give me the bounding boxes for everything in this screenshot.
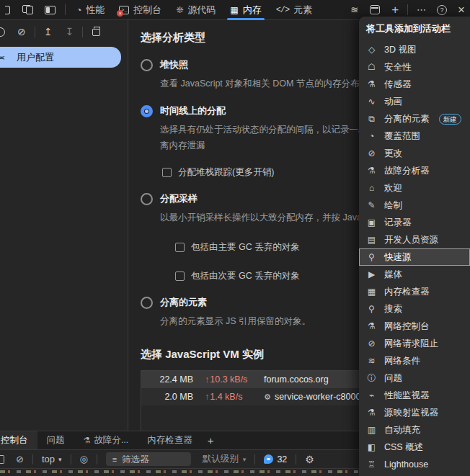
menu-item-label: 搜索 bbox=[384, 303, 402, 315]
tab-label: 性能 bbox=[86, 4, 105, 17]
menu-item-network-request-blocking[interactable]: ⊘ 网络请求阻止 bbox=[359, 335, 470, 352]
log-level-label: 默认级别 bbox=[203, 453, 239, 465]
menu-item-search[interactable]: ⚲ 搜索 bbox=[359, 300, 470, 318]
menu-item-autofill[interactable]: ▥ 自动填充 bbox=[359, 421, 470, 439]
changes-icon: ⊘ bbox=[366, 148, 377, 158]
menu-item-network-console[interactable]: ⚗ 网络控制台 bbox=[359, 318, 470, 335]
menu-item-security[interactable]: ☖ 安全性 bbox=[359, 58, 470, 76]
load-profile-icon[interactable]: ↥ bbox=[37, 26, 59, 37]
menu-item-sensors[interactable]: ⚗ 传感器 bbox=[359, 76, 470, 93]
message-count-badge[interactable]: 32 bbox=[258, 454, 293, 464]
console-filter-box[interactable]: ≡ bbox=[106, 452, 191, 466]
menu-item-changes[interactable]: ⊘ 更改 bbox=[359, 145, 470, 162]
menu-item-media[interactable]: ▶ 媒体 bbox=[359, 266, 470, 283]
tab-sources[interactable]: ❊ 源代码 bbox=[169, 0, 223, 20]
storage-icon[interactable] bbox=[370, 5, 380, 14]
menu-item-welcome[interactable]: ⌂ 欢迎 bbox=[359, 179, 470, 197]
record-icon[interactable] bbox=[0, 27, 5, 37]
quick-source-icon: ⚲ bbox=[366, 252, 377, 262]
tab-label: 故障分... bbox=[94, 434, 128, 446]
divider bbox=[35, 27, 35, 37]
radio-icon-selected[interactable] bbox=[141, 105, 153, 117]
tab-elements[interactable]: </> 元素 bbox=[269, 0, 320, 20]
menu-item-lighthouse[interactable]: ♖ Lighthouse bbox=[359, 456, 470, 473]
menu-title: 将工具添加到活动栏 bbox=[359, 17, 470, 41]
radio-icon[interactable] bbox=[141, 193, 153, 205]
menu-item-animations[interactable]: ∿ 动画 bbox=[359, 93, 470, 110]
menu-item-3d-view[interactable]: ◇ 3D 视图 bbox=[359, 41, 470, 58]
menu-item-label: 动画 bbox=[384, 96, 402, 108]
search-icon: ⚲ bbox=[366, 304, 377, 314]
menu-item-label: 传感器 bbox=[384, 78, 412, 91]
menu-item-css-overview[interactable]: ◧ CSS 概述 bbox=[359, 439, 470, 456]
context-label: top bbox=[42, 454, 55, 464]
menu-item-crash-analyzer[interactable]: ⚗ 故障分析器 bbox=[359, 162, 470, 179]
drawer-tab-console[interactable]: 控制台 bbox=[0, 431, 37, 449]
checkbox-label: 包括由次要 GC 丢弃的对象 bbox=[191, 270, 300, 282]
tab-console[interactable]: >_× 控制台 bbox=[112, 0, 169, 20]
checkbox-icon[interactable] bbox=[162, 168, 172, 177]
tab-memory[interactable]: ▦ 内存 bbox=[223, 0, 268, 20]
drawer-tab-crash-analyzer[interactable]: ⚗ 故障分... bbox=[74, 431, 138, 449]
menu-item-label: 性能监视器 bbox=[384, 390, 430, 402]
error-badge-icon: × bbox=[117, 10, 123, 17]
menu-item-issues[interactable]: ⓘ 问题 bbox=[359, 369, 470, 387]
cube-3d-icon: ◇ bbox=[366, 45, 377, 55]
menu-item-source-map-monitor[interactable]: ⚗ 源映射监视器 bbox=[359, 404, 470, 421]
menu-item-label: 网络请求阻止 bbox=[384, 338, 438, 350]
menu-item-label: 快速源 bbox=[384, 251, 412, 264]
menu-item-label: 问题 bbox=[384, 372, 402, 385]
divider bbox=[254, 454, 255, 464]
network-wifi-icon[interactable]: ≋ bbox=[345, 0, 363, 20]
checkbox-icon[interactable] bbox=[175, 243, 185, 252]
live-expression-eye-icon[interactable]: ◎ bbox=[74, 454, 94, 464]
context-selector[interactable]: top ▾ bbox=[36, 454, 68, 464]
tab-label: 内存 bbox=[243, 4, 262, 17]
save-profile-icon[interactable]: ↧ bbox=[58, 26, 80, 37]
tab-label: 控制台 bbox=[1, 434, 28, 446]
log-level-selector[interactable]: 默认级别 ▾ bbox=[197, 453, 252, 465]
clear-icon[interactable]: ⊘ bbox=[11, 26, 32, 37]
filter-input[interactable] bbox=[122, 454, 179, 464]
menu-item-label: 3D 视图 bbox=[384, 44, 416, 56]
menu-item-performance-monitor[interactable]: ⌁ 性能监视器 bbox=[359, 387, 470, 404]
console-sidebar-toggle-icon[interactable] bbox=[0, 455, 4, 464]
menu-item-developer-resources[interactable]: ▤ 开发人员资源 bbox=[359, 231, 470, 248]
sidebar-item-user-profile[interactable]: ≍ 用户配置 bbox=[0, 47, 121, 68]
profile-item-label: 用户配置 bbox=[17, 51, 54, 64]
tab-label: 源代码 bbox=[187, 4, 216, 17]
drawer-tab-issues[interactable]: 问题 bbox=[37, 431, 74, 449]
tab-label: 问题 bbox=[47, 434, 65, 446]
profiles-sidebar: ⊘ ↥ ↧ ≍ 用户配置 bbox=[0, 20, 128, 431]
menu-item-pigment[interactable]: ✎ 绘制 bbox=[359, 197, 470, 214]
device-emulation-icon[interactable] bbox=[22, 5, 33, 14]
checkbox-icon[interactable] bbox=[175, 271, 185, 281]
trash-icon[interactable] bbox=[92, 27, 100, 37]
menu-item-quick-source[interactable]: ⚲ 快速源 bbox=[359, 248, 470, 266]
up-arrow-icon: ↑ bbox=[205, 392, 209, 402]
dock-side-icon[interactable] bbox=[45, 6, 56, 14]
menu-item-coverage[interactable]: ◔ 覆盖范围 bbox=[359, 127, 470, 145]
tab-performance[interactable]: ◔ 性能 bbox=[69, 0, 112, 20]
console-settings-gear-icon[interactable]: ⚙ bbox=[299, 454, 320, 465]
drawer-add-tab-icon[interactable]: + bbox=[202, 431, 220, 449]
menu-item-network-conditions[interactable]: ≋ 网络条件 bbox=[359, 352, 470, 369]
vm-size: 22.4 MB bbox=[141, 374, 193, 385]
menu-item-recorder[interactable]: ▣ 记录器 bbox=[359, 214, 470, 231]
radio-icon[interactable] bbox=[141, 297, 153, 309]
panel-tabs: ◔ 性能 >_× 控制台 ❊ 源代码 ▦ 内存 </> 元素 bbox=[69, 0, 319, 20]
drawer-tab-memory-inspector[interactable]: 内存检查器 bbox=[138, 431, 202, 449]
menu-item-label: 分离的元素 bbox=[384, 113, 430, 125]
pen-icon: ✎ bbox=[366, 200, 377, 210]
divider bbox=[82, 27, 83, 37]
chevron-down-icon: ▾ bbox=[58, 456, 62, 463]
lighthouse-icon: ♖ bbox=[366, 459, 377, 470]
menu-item-detached-elements[interactable]: ⧉ 分离的元素 新建 bbox=[359, 110, 470, 127]
chevron-down-icon: ▾ bbox=[243, 456, 247, 463]
menu-item-label: 源映射监视器 bbox=[384, 407, 438, 419]
clear-console-icon[interactable]: ⊘ bbox=[10, 454, 30, 464]
radio-icon[interactable] bbox=[141, 59, 153, 71]
menu-item-memory-inspector[interactable]: ▦ 内存检查器 bbox=[359, 283, 470, 300]
wifi-gear-icon: ≋ bbox=[366, 356, 377, 366]
help-icon[interactable]: ? bbox=[437, 5, 447, 15]
